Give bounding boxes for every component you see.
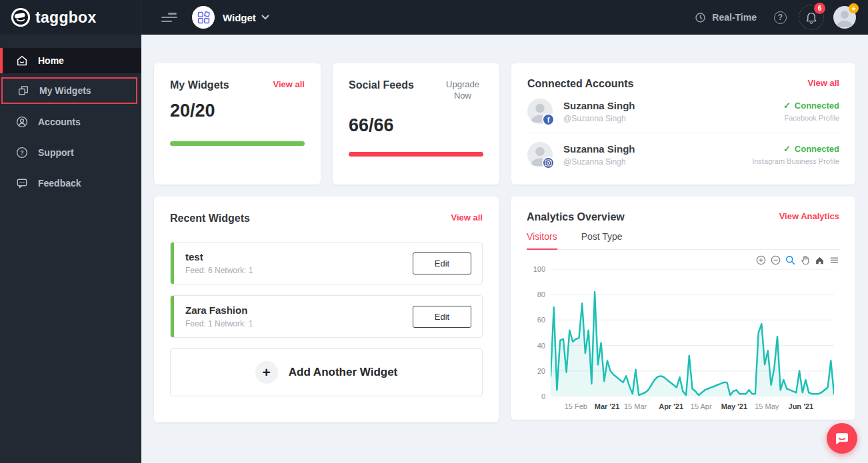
sidebar-item-home[interactable]: Home [0,48,141,73]
sidebar-item-support[interactable]: ? Support [0,140,141,165]
widget-context-icon[interactable] [192,6,215,29]
star-badge-icon: ★ [849,3,859,13]
tab-visitors[interactable]: Visitors [527,231,557,250]
help-icon[interactable]: ? [774,11,787,24]
connected-accounts-card: Connected Accounts View all f Suzanna Si… [511,63,855,185]
sidebar-item-my-widgets[interactable]: My Widgets [1,77,137,104]
check-icon: ✓ [783,101,791,111]
card-title: Connected Accounts [527,78,633,90]
account-profile-type: Facebook Profile [783,114,839,122]
account-avatar: f [527,99,553,124]
home-icon [16,55,28,67]
zoom-in-icon[interactable] [756,255,766,265]
card-title: Social Feeds [349,79,414,91]
x-tick-label: May '21 [721,402,747,410]
chat-bubble-icon [834,430,850,446]
x-tick-label: 15 May [755,402,779,410]
check-icon: ✓ [783,144,791,154]
notifications-button[interactable]: 6 [799,5,824,30]
chat-launcher-button[interactable] [827,423,857,454]
sidebar-item-label: Home [38,55,64,66]
account-status: Connected [795,101,839,111]
edit-widget-button[interactable]: Edit [413,306,471,328]
pan-icon[interactable] [800,255,810,265]
analytics-tabs: Visitors Post Type [527,231,839,250]
help-glyph: ? [778,13,783,22]
taggbox-logo-icon [11,7,31,27]
y-tick-label: 80 [537,290,545,298]
dashboard-squares-icon [197,11,210,24]
add-widget-button[interactable]: + Add Another Widget [170,348,483,396]
sidebar-item-label: Accounts [38,117,81,127]
widget-accent-bar [171,296,174,337]
x-tick-label: 15 Mar [624,402,647,410]
sidebar-item-label: Support [38,147,74,158]
notification-count-badge: 6 [814,3,825,14]
sidebar: Home My Widgets Accounts ? Support Fe [0,35,141,463]
widgets-icon [17,85,29,97]
topbar-logo-area: taggbox [0,0,141,35]
widget-accent-bar [171,242,174,284]
visitors-chart[interactable]: 020406080100 [551,269,834,396]
tab-post-type[interactable]: Post Type [581,231,623,249]
widget-row: Zara Fashion Feed: 1 Network: 1 Edit [170,295,483,338]
card-title: Recent Widgets [170,213,250,225]
edit-widget-button[interactable]: Edit [413,252,471,274]
x-tick-label: Mar '21 [595,402,619,410]
feeds-usage-count: 66/66 [349,115,483,136]
instagram-icon [542,157,555,169]
sidebar-item-feedback[interactable]: Feedback [0,171,141,196]
widget-meta: Feed: 1 Network: 1 [185,319,253,328]
clock-icon [695,12,706,23]
widget-meta: Feed: 6 Network: 1 [185,266,253,275]
account-handle: @Suzanna Singh [563,157,635,167]
widgets-progress-bar [170,141,305,146]
view-all-widgets-link[interactable]: View all [273,79,305,89]
view-all-recent-link[interactable]: View all [451,213,483,223]
svg-text:?: ? [20,149,24,156]
account-status: Connected [795,144,839,154]
widgets-usage-count: 20/20 [170,101,305,121]
reset-home-icon[interactable] [815,255,825,265]
connected-account-row: f Suzanna Singh @Suzanna Singh ✓ Connect… [527,90,839,133]
chevron-down-icon[interactable] [261,15,269,20]
card-title: Analytics Overview [527,211,625,223]
account-handle: @Suzanna Singh [563,114,635,123]
sidebar-item-label: My Widgets [39,85,91,96]
y-tick-label: 40 [537,342,545,350]
plus-icon: + [255,361,278,384]
social-feeds-card: Social Feeds Upgrade Now 66/66 [333,63,499,185]
widget-name: Zara Fashion [185,304,253,316]
bell-icon [805,11,817,24]
chart-menu-icon[interactable] [829,255,839,265]
y-tick-label: 60 [537,316,545,324]
analytics-card: Analytics Overview View Analytics Visito… [511,197,855,420]
view-all-accounts-link[interactable]: View all [808,78,839,88]
collapse-menu-icon[interactable] [161,13,177,22]
visitors-area-chart [551,269,834,396]
sidebar-item-label: Feedback [38,178,81,189]
main-content: My Widgets View all 20/20 Social Feeds U… [141,35,868,463]
taggbox-logo[interactable]: taggbox [11,7,97,27]
sidebar-item-accounts[interactable]: Accounts [0,109,141,135]
feedback-icon [16,177,28,189]
context-switcher-label[interactable]: Widget [223,12,256,23]
chart-toolbar [527,254,839,265]
user-avatar[interactable]: ★ [833,6,856,29]
upgrade-now-link[interactable]: Upgrade Now [442,79,483,102]
zoom-out-icon[interactable] [771,255,781,265]
account-avatar [527,142,553,167]
brand-name: taggbox [35,9,97,27]
feeds-progress-bar [349,152,483,157]
box-zoom-icon[interactable] [785,255,795,265]
x-tick-label: 15 Feb [565,402,587,410]
view-analytics-link[interactable]: View Analytics [779,211,839,221]
realtime-indicator: Real-Time [695,12,757,23]
y-tick-label: 20 [537,367,545,375]
account-name: Suzanna Singh [563,100,635,111]
y-tick-label: 100 [533,265,545,273]
account-name: Suzanna Singh [563,143,635,155]
widget-row: test Feed: 6 Network: 1 Edit [170,242,483,284]
realtime-label: Real-Time [712,12,757,23]
topbar: taggbox Widget [0,0,868,35]
